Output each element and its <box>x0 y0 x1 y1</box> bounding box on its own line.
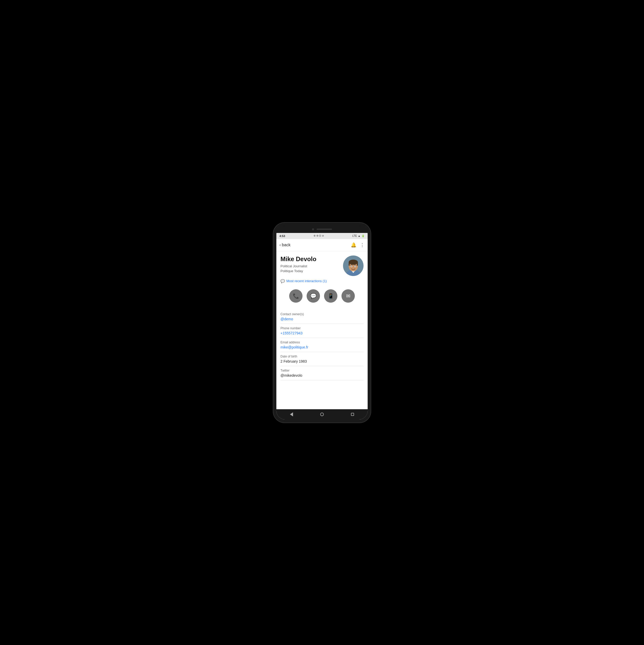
speaker-bar <box>317 229 332 230</box>
battery-icon: 🔋 <box>361 234 364 237</box>
status-bar: 4:53 ⚙ ⚙ Ⓐ ⊘ LTE ▲ 🔋 <box>276 233 368 239</box>
field-value-email[interactable]: mike@politique.fr <box>281 345 363 349</box>
back-button[interactable]: ‹ back <box>280 243 291 247</box>
phone-device: 4:53 ⚙ ⚙ Ⓐ ⊘ LTE ▲ 🔋 ‹ back 🔔 ⋮ <box>273 223 371 423</box>
email-button[interactable]: ✉ <box>341 289 355 303</box>
message-icon: 💬 <box>310 293 317 299</box>
whatsapp-button[interactable]: 📱 <box>324 289 337 303</box>
interactions-link[interactable]: 💬 Most recent interactions (1) <box>281 279 363 283</box>
back-nav-button[interactable] <box>290 412 293 416</box>
recents-nav-icon <box>351 413 354 416</box>
recents-nav-button[interactable] <box>351 413 354 416</box>
field-phone: Phone number +1555727943 <box>281 324 363 338</box>
status-time: 4:53 <box>280 234 285 238</box>
field-label-email: Email address <box>281 341 363 344</box>
avatar-image <box>343 255 363 276</box>
content-area: Mike Devolo Political Journalist Politiq… <box>276 251 368 409</box>
field-value-contact-owner[interactable]: @demo <box>281 317 363 321</box>
field-contact-owner: Contact owner(s) @demo <box>281 310 363 324</box>
interactions-label: Most recent interactions (1) <box>286 279 327 283</box>
contact-company: Politique Today <box>281 269 303 273</box>
email-icon: ✉ <box>346 293 350 299</box>
svg-rect-5 <box>349 262 350 266</box>
field-label-dob: Date of birth <box>281 355 363 358</box>
avatar <box>343 255 363 276</box>
phone-top-hardware <box>276 226 368 233</box>
status-right: LTE ▲ 🔋 <box>352 234 364 237</box>
whatsapp-icon: 📱 <box>328 293 334 299</box>
info-fields: Contact owner(s) @demo Phone number +155… <box>281 310 363 380</box>
field-value-phone[interactable]: +1555727943 <box>281 331 363 335</box>
camera-dot <box>312 228 314 230</box>
bottom-nav <box>276 409 368 420</box>
field-label-contact-owner: Contact owner(s) <box>281 312 363 316</box>
back-chevron-icon: ‹ <box>280 243 281 247</box>
notification-button[interactable]: 🔔 <box>351 242 356 248</box>
app-bar: ‹ back 🔔 ⋮ <box>276 239 368 251</box>
phone-screen-container: 4:53 ⚙ ⚙ Ⓐ ⊘ LTE ▲ 🔋 ‹ back 🔔 ⋮ <box>276 226 368 420</box>
phone-icon: 📞 <box>293 293 299 299</box>
field-email: Email address mike@politique.fr <box>281 338 363 352</box>
profile-header: Mike Devolo Political Journalist Politiq… <box>281 255 363 276</box>
field-dob: Date of birth 2 February 1983 <box>281 352 363 366</box>
action-buttons-row: 📞 💬 📱 ✉ <box>281 287 363 305</box>
field-value-dob: 2 February 1983 <box>281 359 363 363</box>
settings-icons: ⚙ ⚙ Ⓐ ⊘ <box>314 234 324 238</box>
more-options-button[interactable]: ⋮ <box>360 242 364 248</box>
home-nav-icon <box>320 413 324 416</box>
signal-icon: ▲ <box>358 234 360 237</box>
field-twitter: Twitter @mikedevolo <box>281 366 363 380</box>
interactions-icon: 💬 <box>281 279 285 283</box>
svg-point-10 <box>355 266 356 266</box>
app-bar-actions: 🔔 ⋮ <box>351 242 364 248</box>
contact-title: Political Journalist Politique Today <box>281 264 340 274</box>
field-label-phone: Phone number <box>281 327 363 330</box>
field-value-twitter: @mikedevolo <box>281 373 363 378</box>
svg-point-4 <box>349 260 358 265</box>
lte-label: LTE <box>352 234 357 237</box>
svg-point-9 <box>351 266 352 266</box>
home-nav-button[interactable] <box>320 413 324 416</box>
back-label: back <box>282 243 291 247</box>
profile-info: Mike Devolo Political Journalist Politiq… <box>281 255 340 274</box>
field-label-twitter: Twitter <box>281 369 363 372</box>
status-icons: ⚙ ⚙ Ⓐ ⊘ <box>314 234 324 238</box>
contact-job-title: Political Journalist <box>281 264 307 268</box>
screen: 4:53 ⚙ ⚙ Ⓐ ⊘ LTE ▲ 🔋 ‹ back 🔔 ⋮ <box>276 233 368 420</box>
contact-name: Mike Devolo <box>281 255 340 263</box>
back-nav-icon <box>290 412 293 416</box>
sms-button[interactable]: 💬 <box>307 289 320 303</box>
svg-rect-6 <box>357 262 358 266</box>
call-button[interactable]: 📞 <box>289 289 303 303</box>
